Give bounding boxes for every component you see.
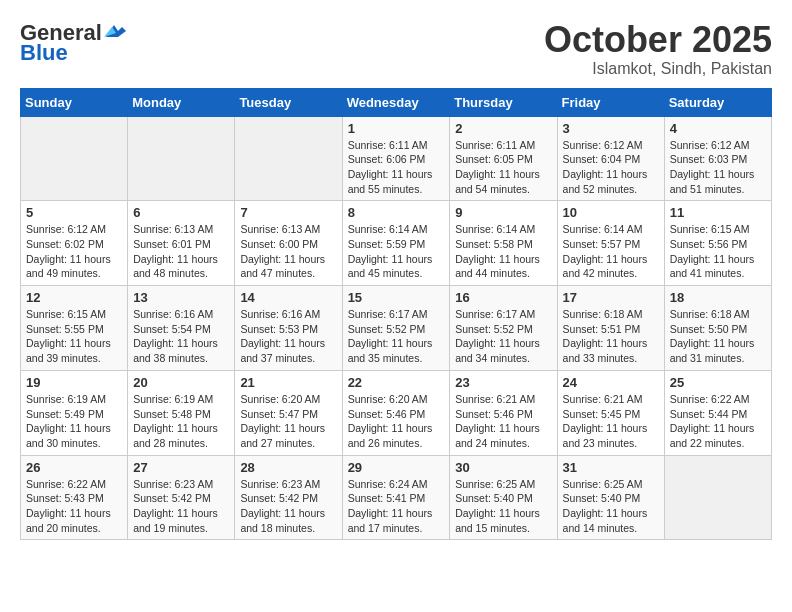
day-info: Sunrise: 6:14 AMSunset: 5:58 PMDaylight:… xyxy=(455,222,551,281)
calendar-cell: 2Sunrise: 6:11 AMSunset: 6:05 PMDaylight… xyxy=(450,116,557,201)
calendar-table: SundayMondayTuesdayWednesdayThursdayFrid… xyxy=(20,88,772,541)
calendar-cell: 3Sunrise: 6:12 AMSunset: 6:04 PMDaylight… xyxy=(557,116,664,201)
weekday-header-row: SundayMondayTuesdayWednesdayThursdayFrid… xyxy=(21,88,772,116)
day-info: Sunrise: 6:11 AMSunset: 6:05 PMDaylight:… xyxy=(455,138,551,197)
day-number: 31 xyxy=(563,460,659,475)
page-header: General Blue October 2025 Islamkot, Sind… xyxy=(20,20,772,78)
calendar-cell: 15Sunrise: 6:17 AMSunset: 5:52 PMDayligh… xyxy=(342,286,450,371)
day-info: Sunrise: 6:16 AMSunset: 5:53 PMDaylight:… xyxy=(240,307,336,366)
calendar-cell: 13Sunrise: 6:16 AMSunset: 5:54 PMDayligh… xyxy=(128,286,235,371)
day-info: Sunrise: 6:14 AMSunset: 5:57 PMDaylight:… xyxy=(563,222,659,281)
day-number: 16 xyxy=(455,290,551,305)
day-number: 28 xyxy=(240,460,336,475)
day-number: 12 xyxy=(26,290,122,305)
day-info: Sunrise: 6:11 AMSunset: 6:06 PMDaylight:… xyxy=(348,138,445,197)
day-number: 24 xyxy=(563,375,659,390)
calendar-cell: 4Sunrise: 6:12 AMSunset: 6:03 PMDaylight… xyxy=(664,116,771,201)
calendar-cell: 30Sunrise: 6:25 AMSunset: 5:40 PMDayligh… xyxy=(450,455,557,540)
calendar-cell: 11Sunrise: 6:15 AMSunset: 5:56 PMDayligh… xyxy=(664,201,771,286)
calendar-cell: 17Sunrise: 6:18 AMSunset: 5:51 PMDayligh… xyxy=(557,286,664,371)
day-info: Sunrise: 6:23 AMSunset: 5:42 PMDaylight:… xyxy=(240,477,336,536)
calendar-week-row: 19Sunrise: 6:19 AMSunset: 5:49 PMDayligh… xyxy=(21,370,772,455)
day-info: Sunrise: 6:22 AMSunset: 5:43 PMDaylight:… xyxy=(26,477,122,536)
day-number: 30 xyxy=(455,460,551,475)
weekday-header-saturday: Saturday xyxy=(664,88,771,116)
day-info: Sunrise: 6:21 AMSunset: 5:45 PMDaylight:… xyxy=(563,392,659,451)
day-number: 13 xyxy=(133,290,229,305)
calendar-cell: 27Sunrise: 6:23 AMSunset: 5:42 PMDayligh… xyxy=(128,455,235,540)
day-info: Sunrise: 6:20 AMSunset: 5:46 PMDaylight:… xyxy=(348,392,445,451)
day-number: 10 xyxy=(563,205,659,220)
day-info: Sunrise: 6:24 AMSunset: 5:41 PMDaylight:… xyxy=(348,477,445,536)
calendar-cell: 7Sunrise: 6:13 AMSunset: 6:00 PMDaylight… xyxy=(235,201,342,286)
day-info: Sunrise: 6:18 AMSunset: 5:50 PMDaylight:… xyxy=(670,307,766,366)
weekday-header-thursday: Thursday xyxy=(450,88,557,116)
calendar-week-row: 5Sunrise: 6:12 AMSunset: 6:02 PMDaylight… xyxy=(21,201,772,286)
logo-blue-text: Blue xyxy=(20,40,68,66)
calendar-cell: 25Sunrise: 6:22 AMSunset: 5:44 PMDayligh… xyxy=(664,370,771,455)
calendar-cell: 28Sunrise: 6:23 AMSunset: 5:42 PMDayligh… xyxy=(235,455,342,540)
day-info: Sunrise: 6:23 AMSunset: 5:42 PMDaylight:… xyxy=(133,477,229,536)
calendar-week-row: 1Sunrise: 6:11 AMSunset: 6:06 PMDaylight… xyxy=(21,116,772,201)
calendar-cell: 22Sunrise: 6:20 AMSunset: 5:46 PMDayligh… xyxy=(342,370,450,455)
calendar-cell: 1Sunrise: 6:11 AMSunset: 6:06 PMDaylight… xyxy=(342,116,450,201)
calendar-cell: 8Sunrise: 6:14 AMSunset: 5:59 PMDaylight… xyxy=(342,201,450,286)
day-number: 20 xyxy=(133,375,229,390)
weekday-header-tuesday: Tuesday xyxy=(235,88,342,116)
calendar-cell xyxy=(235,116,342,201)
day-info: Sunrise: 6:25 AMSunset: 5:40 PMDaylight:… xyxy=(455,477,551,536)
calendar-cell: 5Sunrise: 6:12 AMSunset: 6:02 PMDaylight… xyxy=(21,201,128,286)
day-number: 18 xyxy=(670,290,766,305)
day-info: Sunrise: 6:14 AMSunset: 5:59 PMDaylight:… xyxy=(348,222,445,281)
day-number: 26 xyxy=(26,460,122,475)
day-info: Sunrise: 6:17 AMSunset: 5:52 PMDaylight:… xyxy=(348,307,445,366)
day-number: 23 xyxy=(455,375,551,390)
logo-bird-icon xyxy=(104,23,126,39)
day-number: 22 xyxy=(348,375,445,390)
day-number: 7 xyxy=(240,205,336,220)
day-number: 1 xyxy=(348,121,445,136)
calendar-cell xyxy=(21,116,128,201)
day-number: 5 xyxy=(26,205,122,220)
day-number: 11 xyxy=(670,205,766,220)
calendar-cell: 19Sunrise: 6:19 AMSunset: 5:49 PMDayligh… xyxy=(21,370,128,455)
day-number: 8 xyxy=(348,205,445,220)
location-subtitle: Islamkot, Sindh, Pakistan xyxy=(544,60,772,78)
calendar-cell: 14Sunrise: 6:16 AMSunset: 5:53 PMDayligh… xyxy=(235,286,342,371)
calendar-cell: 31Sunrise: 6:25 AMSunset: 5:40 PMDayligh… xyxy=(557,455,664,540)
day-info: Sunrise: 6:13 AMSunset: 6:00 PMDaylight:… xyxy=(240,222,336,281)
day-info: Sunrise: 6:15 AMSunset: 5:55 PMDaylight:… xyxy=(26,307,122,366)
day-info: Sunrise: 6:18 AMSunset: 5:51 PMDaylight:… xyxy=(563,307,659,366)
day-number: 27 xyxy=(133,460,229,475)
day-number: 19 xyxy=(26,375,122,390)
calendar-cell: 24Sunrise: 6:21 AMSunset: 5:45 PMDayligh… xyxy=(557,370,664,455)
day-number: 25 xyxy=(670,375,766,390)
calendar-cell: 6Sunrise: 6:13 AMSunset: 6:01 PMDaylight… xyxy=(128,201,235,286)
day-number: 9 xyxy=(455,205,551,220)
day-number: 15 xyxy=(348,290,445,305)
day-info: Sunrise: 6:20 AMSunset: 5:47 PMDaylight:… xyxy=(240,392,336,451)
calendar-cell: 20Sunrise: 6:19 AMSunset: 5:48 PMDayligh… xyxy=(128,370,235,455)
title-block: October 2025 Islamkot, Sindh, Pakistan xyxy=(544,20,772,78)
calendar-cell: 12Sunrise: 6:15 AMSunset: 5:55 PMDayligh… xyxy=(21,286,128,371)
day-info: Sunrise: 6:15 AMSunset: 5:56 PMDaylight:… xyxy=(670,222,766,281)
calendar-week-row: 26Sunrise: 6:22 AMSunset: 5:43 PMDayligh… xyxy=(21,455,772,540)
calendar-cell: 23Sunrise: 6:21 AMSunset: 5:46 PMDayligh… xyxy=(450,370,557,455)
day-info: Sunrise: 6:17 AMSunset: 5:52 PMDaylight:… xyxy=(455,307,551,366)
calendar-cell: 18Sunrise: 6:18 AMSunset: 5:50 PMDayligh… xyxy=(664,286,771,371)
day-info: Sunrise: 6:13 AMSunset: 6:01 PMDaylight:… xyxy=(133,222,229,281)
day-number: 29 xyxy=(348,460,445,475)
day-info: Sunrise: 6:16 AMSunset: 5:54 PMDaylight:… xyxy=(133,307,229,366)
day-number: 17 xyxy=(563,290,659,305)
day-info: Sunrise: 6:22 AMSunset: 5:44 PMDaylight:… xyxy=(670,392,766,451)
day-info: Sunrise: 6:12 AMSunset: 6:03 PMDaylight:… xyxy=(670,138,766,197)
day-info: Sunrise: 6:21 AMSunset: 5:46 PMDaylight:… xyxy=(455,392,551,451)
month-title: October 2025 xyxy=(544,20,772,60)
day-number: 2 xyxy=(455,121,551,136)
calendar-cell: 26Sunrise: 6:22 AMSunset: 5:43 PMDayligh… xyxy=(21,455,128,540)
day-number: 6 xyxy=(133,205,229,220)
calendar-cell: 29Sunrise: 6:24 AMSunset: 5:41 PMDayligh… xyxy=(342,455,450,540)
day-number: 3 xyxy=(563,121,659,136)
calendar-cell: 21Sunrise: 6:20 AMSunset: 5:47 PMDayligh… xyxy=(235,370,342,455)
day-info: Sunrise: 6:12 AMSunset: 6:02 PMDaylight:… xyxy=(26,222,122,281)
